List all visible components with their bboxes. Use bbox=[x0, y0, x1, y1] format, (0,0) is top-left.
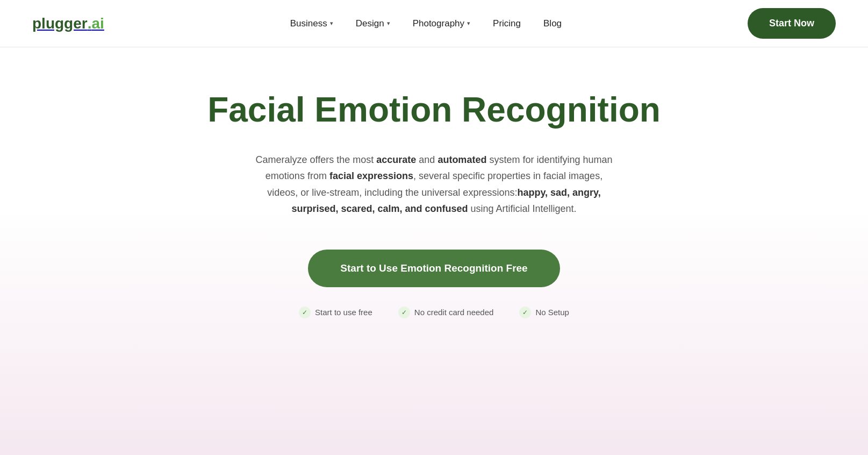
chevron-down-icon: ▾ bbox=[467, 20, 470, 27]
nav-item-blog[interactable]: Blog bbox=[535, 14, 570, 33]
check-icon: ✓ bbox=[398, 307, 410, 318]
nav-label-photography: Photography bbox=[413, 18, 464, 29]
chevron-down-icon: ▾ bbox=[330, 20, 333, 27]
nav-item-photography[interactable]: Photography ▾ bbox=[404, 14, 479, 33]
logo-dot: . bbox=[88, 15, 92, 32]
header: plugger.ai Business ▾ Design ▾ Photograp… bbox=[0, 0, 868, 47]
hero-description: Cameralyze offers the most accurate and … bbox=[252, 152, 617, 217]
nav-item-business[interactable]: Business ▾ bbox=[282, 14, 342, 33]
nav-label-blog: Blog bbox=[543, 18, 562, 29]
logo[interactable]: plugger.ai bbox=[32, 15, 104, 32]
nav-item-design[interactable]: Design ▾ bbox=[347, 14, 399, 33]
trust-badge-free: ✓ Start to use free bbox=[299, 307, 372, 318]
trust-badge-no-setup-label: No Setup bbox=[535, 308, 569, 317]
trust-badge-no-credit-label: No credit card needed bbox=[414, 308, 494, 317]
check-icon: ✓ bbox=[299, 307, 311, 318]
trust-badges: ✓ Start to use free ✓ No credit card nee… bbox=[299, 307, 569, 318]
nav-label-pricing: Pricing bbox=[493, 18, 521, 29]
nav-item-pricing[interactable]: Pricing bbox=[484, 14, 529, 33]
main-nav: Business ▾ Design ▾ Photography ▾ Pricin… bbox=[282, 14, 570, 33]
chevron-down-icon: ▾ bbox=[387, 20, 390, 27]
logo-text-ai: ai bbox=[91, 15, 104, 32]
nav-label-business: Business bbox=[290, 18, 327, 29]
main-content: Facial Emotion Recognition Cameralyze of… bbox=[0, 47, 868, 455]
check-icon: ✓ bbox=[519, 307, 531, 318]
hero-title: Facial Emotion Recognition bbox=[207, 90, 661, 130]
trust-badge-free-label: Start to use free bbox=[315, 308, 372, 317]
trust-badge-no-credit: ✓ No credit card needed bbox=[398, 307, 494, 318]
cta-emotion-button[interactable]: Start to Use Emotion Recognition Free bbox=[308, 250, 559, 287]
trust-badge-no-setup: ✓ No Setup bbox=[519, 307, 569, 318]
start-now-button[interactable]: Start Now bbox=[748, 8, 836, 39]
logo-text-plug: plugger bbox=[32, 15, 88, 32]
nav-label-design: Design bbox=[356, 18, 384, 29]
